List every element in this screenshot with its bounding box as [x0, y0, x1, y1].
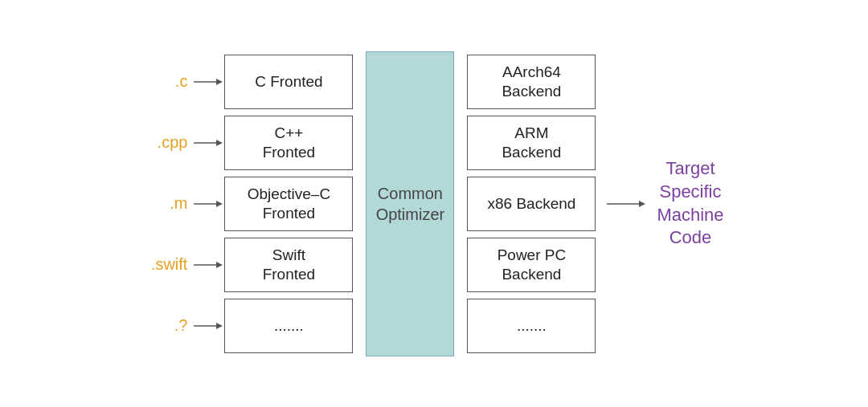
arrow-c — [194, 75, 224, 88]
cpp-frontend-label: C++Fronted — [263, 124, 315, 162]
label-row-swift: .swift — [144, 234, 224, 295]
optimizer-column: CommonOptimizer — [366, 51, 454, 356]
file-label-other: .? — [144, 316, 187, 335]
label-row-m: .m — [144, 173, 224, 234]
other-frontend-label: ....... — [274, 316, 304, 336]
file-label-swift: .swift — [144, 255, 187, 274]
common-optimizer-box: CommonOptimizer — [366, 51, 454, 356]
arm-backend-box: ARMBackend — [467, 116, 596, 170]
other-backend-label: ....... — [517, 316, 547, 336]
label-row-cpp: .cpp — [144, 112, 224, 173]
llvm-architecture-diagram: .c .cpp .m .swift .? — [144, 51, 723, 356]
svg-marker-9 — [216, 323, 223, 329]
aarch64-backend-label: AArch64Backend — [502, 63, 561, 101]
objc-frontend-label: Objective–CFronted — [248, 185, 331, 223]
c-frontend-label: C Fronted — [255, 72, 322, 92]
other-frontend-box: ....... — [224, 299, 353, 353]
arrow-swift — [194, 258, 224, 271]
file-labels-column: .c .cpp .m .swift .? — [144, 51, 224, 356]
powerpc-backend-box: Power PCBackend — [467, 238, 596, 292]
aarch64-backend-box: AArch64Backend — [467, 55, 596, 109]
svg-marker-7 — [216, 262, 223, 268]
swift-frontend-box: SwiftFronted — [224, 238, 353, 292]
x86-backend-box: x86 Backend — [467, 177, 596, 231]
other-backend-box: ....... — [467, 299, 596, 353]
label-row-other: .? — [144, 295, 224, 356]
arrow-m — [194, 197, 224, 210]
objc-frontend-box: Objective–CFronted — [224, 177, 353, 231]
file-label-m: .m — [144, 194, 187, 213]
c-frontend-box: C Fronted — [224, 55, 353, 109]
cpp-frontend-box: C++Fronted — [224, 116, 353, 170]
common-optimizer-label: CommonOptimizer — [376, 183, 445, 225]
svg-marker-1 — [216, 79, 223, 85]
swift-frontend-label: SwiftFronted — [263, 246, 315, 284]
x86-backend-label: x86 Backend — [487, 194, 575, 214]
label-row-c: .c — [144, 51, 224, 112]
svg-marker-11 — [639, 201, 645, 207]
backends-column: AArch64Backend ARMBackend x86 Backend Po… — [467, 51, 596, 356]
frontends-column: C Fronted C++Fronted Objective–CFronted … — [224, 51, 353, 356]
target-specific-label: TargetSpecificMachineCode — [657, 157, 723, 249]
svg-marker-5 — [216, 201, 223, 207]
file-label-c: .c — [144, 72, 187, 91]
arrow-to-target — [607, 197, 645, 210]
svg-marker-3 — [216, 140, 223, 146]
powerpc-backend-label: Power PCBackend — [497, 246, 567, 284]
arm-backend-label: ARMBackend — [502, 124, 561, 162]
file-label-cpp: .cpp — [144, 133, 187, 152]
arrow-cpp — [194, 136, 224, 149]
arrow-other — [194, 319, 224, 332]
